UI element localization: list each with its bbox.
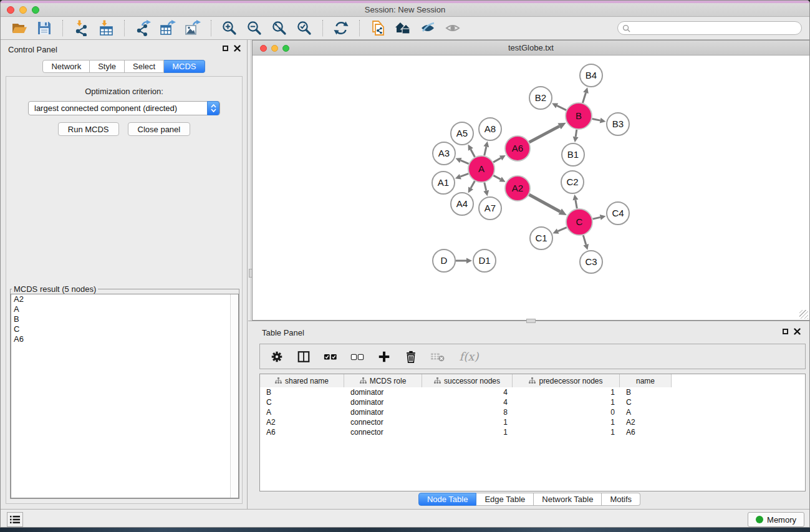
export-network-button[interactable] (132, 19, 153, 37)
table-cell[interactable]: 1 (513, 427, 620, 437)
table-settings-button[interactable] (269, 349, 285, 365)
column-header-MCDS-role[interactable]: MCDS role (344, 374, 422, 387)
mcds-result-item[interactable]: B (11, 314, 238, 324)
run-mcds-button[interactable]: Run MCDS (58, 122, 119, 136)
mcds-result-item[interactable]: C (11, 324, 238, 334)
graph-edge-C-C3[interactable] (583, 235, 586, 244)
open-session-button[interactable] (9, 19, 30, 37)
network-graph[interactable]: B4B2BB3A8A5A6A3B1AA1C2A2A4A7C4CC1C3DD1 (253, 56, 809, 319)
table-cell[interactable]: dominator (344, 387, 422, 397)
tab-style[interactable]: Style (90, 60, 125, 73)
tab-network-table[interactable]: Network Table (534, 493, 602, 506)
column-header-successor-nodes[interactable]: successor nodes (422, 374, 513, 387)
zoom-fit-button[interactable] (269, 19, 290, 37)
memory-button[interactable]: Memory (748, 512, 804, 527)
network-minimize-button[interactable] (271, 45, 278, 52)
table-row[interactable]: Cdominator41C (260, 397, 805, 407)
first-neighbors-button[interactable] (392, 19, 413, 37)
network-zoom-button[interactable] (282, 45, 289, 52)
graph-edge-A-A1[interactable] (460, 173, 468, 177)
table-row[interactable]: Adominator80A (260, 407, 805, 417)
clone-network-button[interactable] (367, 19, 388, 37)
network-window-titlebar[interactable]: testGlobe.txt (253, 41, 809, 56)
graph-edge-B-B3[interactable] (592, 118, 600, 120)
zoom-in-button[interactable] (219, 19, 240, 37)
column-header-name[interactable]: name (620, 374, 672, 387)
search-input[interactable] (633, 22, 801, 34)
graph-edge-A-A5[interactable] (471, 149, 475, 157)
delete-column-button[interactable] (403, 349, 419, 365)
task-history-button[interactable] (7, 512, 23, 527)
table-cell[interactable]: C (260, 397, 344, 407)
table-cell[interactable]: A (620, 407, 672, 417)
criterion-dropdown[interactable]: largest connected component (directed) (28, 101, 220, 115)
graph-edge-A-A3[interactable] (461, 160, 469, 163)
graph-edge-A-A8[interactable] (485, 147, 486, 155)
table-cell[interactable]: 4 (422, 387, 513, 397)
table-cell[interactable]: connector (344, 417, 422, 427)
table-cell[interactable]: 1 (513, 387, 620, 397)
table-cell[interactable]: A6 (620, 427, 672, 437)
show-columns-button[interactable] (296, 349, 312, 365)
graph-edge-A-A4[interactable] (471, 181, 475, 188)
create-column-button[interactable] (376, 349, 392, 365)
graph-edge-A6-B[interactable] (529, 126, 560, 142)
table-cell[interactable]: 8 (422, 407, 513, 417)
zoom-window-button[interactable] (32, 6, 39, 14)
close-window-button[interactable] (7, 6, 14, 14)
column-header-shared-name[interactable]: shared name (260, 374, 344, 387)
import-network-button[interactable] (70, 19, 92, 37)
select-all-columns-button[interactable] (322, 349, 339, 365)
float-table-panel-icon[interactable] (783, 329, 788, 334)
table-row[interactable]: Bdominator41B (260, 387, 805, 397)
table-cell[interactable]: A6 (260, 427, 344, 437)
mcds-result-list[interactable]: A2ABCA6 (11, 294, 239, 498)
mcds-result-item[interactable]: A (11, 304, 238, 314)
graph-edge-B-B4[interactable] (582, 93, 586, 103)
graph-edge-A-A7[interactable] (485, 182, 486, 190)
node-table[interactable]: shared nameMCDS rolesuccessor nodesprede… (259, 374, 806, 491)
show-hide-button[interactable] (442, 19, 463, 37)
table-row[interactable]: A6connector11A6 (260, 427, 805, 437)
table-cell[interactable]: dominator (344, 397, 422, 407)
table-cell[interactable]: 1 (513, 397, 620, 407)
tab-mcds[interactable]: MCDS (164, 60, 205, 73)
function-builder-button[interactable]: f(x) (456, 349, 481, 365)
import-table-button[interactable] (95, 19, 117, 37)
mcds-result-item[interactable]: A6 (11, 334, 238, 344)
mcds-result-item[interactable]: A2 (11, 294, 238, 304)
table-cell[interactable]: 1 (422, 417, 513, 427)
vertical-splitter[interactable] (251, 40, 251, 322)
graph-edge-B-B2[interactable] (557, 105, 566, 110)
resize-grip[interactable] (799, 310, 808, 319)
table-row[interactable]: A2connector11A2 (260, 417, 805, 427)
table-cell[interactable]: A (260, 407, 344, 417)
network-canvas[interactable]: B4B2BB3A8A5A6A3B1AA1C2A2A4A7C4CC1C3DD1 (253, 56, 809, 320)
tab-network[interactable]: Network (42, 60, 90, 73)
tab-select[interactable]: Select (125, 60, 164, 73)
graphics-details-button[interactable] (417, 19, 438, 37)
table-cell[interactable]: 0 (513, 407, 620, 417)
graph-edge-A2-C[interactable] (529, 195, 560, 211)
export-image-button[interactable] (182, 19, 203, 37)
export-table-button[interactable] (157, 19, 178, 37)
minimize-window-button[interactable] (19, 6, 27, 14)
graph-edge-A-A6[interactable] (493, 158, 501, 162)
network-close-button[interactable] (260, 45, 267, 52)
close-panel-button[interactable]: Close panel (128, 122, 191, 136)
zoom-out-button[interactable] (244, 19, 265, 37)
column-header-predecessor-nodes[interactable]: predecessor nodes (513, 374, 620, 387)
float-panel-icon[interactable] (223, 46, 228, 51)
table-cell[interactable]: A2 (620, 417, 672, 427)
graph-edge-B-B1[interactable] (576, 130, 577, 137)
tab-edge-table[interactable]: Edge Table (476, 493, 534, 506)
tab-node-table[interactable]: Node Table (418, 493, 477, 506)
search-field[interactable] (617, 21, 802, 35)
zoom-selected-button[interactable] (294, 19, 315, 37)
graph-edge-C-C2[interactable] (576, 200, 577, 209)
table-cell[interactable]: connector (344, 427, 422, 437)
graph-edge-C-C1[interactable] (558, 228, 567, 231)
result-list-scrollbar[interactable] (230, 294, 238, 498)
table-cell[interactable]: A2 (260, 417, 344, 427)
table-cell[interactable]: 4 (422, 397, 513, 407)
